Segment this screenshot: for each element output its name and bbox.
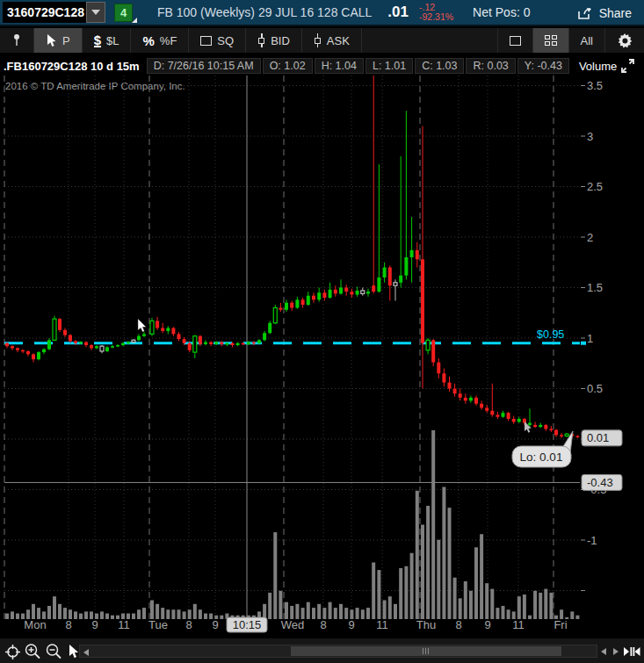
square-tool-button[interactable]: SQ (189, 28, 246, 53)
volume-study-label: Volume (571, 59, 625, 74)
square-icon (200, 36, 212, 46)
square-tool-label: SQ (217, 34, 234, 47)
pin-icon (11, 33, 22, 47)
chart-link-badge[interactable]: 4 (114, 4, 133, 22)
svg-text:9: 9 (212, 618, 218, 631)
settings-button[interactable] (604, 28, 644, 53)
change-percent: -92.31% (419, 12, 453, 22)
svg-text:2: 2 (587, 231, 593, 244)
svg-text:9: 9 (348, 618, 354, 631)
svg-text:3: 3 (587, 130, 593, 143)
share-label: Share (599, 6, 632, 20)
time-axis-badge: 10:15 (227, 617, 267, 632)
all-charts-label: All (581, 34, 593, 47)
share-button[interactable]: Share (578, 0, 632, 26)
svg-text:-1: -1 (587, 534, 597, 547)
svg-text:-0.43: -0.43 (587, 476, 613, 489)
svg-text:9: 9 (91, 618, 98, 631)
net-position: Net Pos: 0 (473, 5, 530, 19)
percent-fib-label: %F (160, 34, 177, 47)
open-field: O: 1.02 (263, 58, 313, 74)
link-corner-icon (132, 18, 137, 23)
pin-button[interactable] (0, 28, 34, 53)
gear-icon (617, 32, 633, 48)
grid-layout-icon (545, 35, 557, 46)
scroll-right-button[interactable] (613, 648, 619, 655)
close-field: C: 1.03 (415, 58, 464, 74)
ask-tool-label: ASK (327, 34, 350, 47)
dollar-lines-label: $L (106, 34, 119, 47)
candle-icon (314, 33, 322, 47)
zoom-in-icon (24, 643, 41, 660)
pan-button[interactable] (2, 641, 23, 662)
scroll-left-button[interactable] (601, 648, 606, 655)
svg-text:8: 8 (320, 618, 326, 631)
percent-fib-button[interactable]: % %F (131, 28, 189, 53)
svg-text:1.5: 1.5 (587, 281, 603, 294)
alert-axis-tick (581, 342, 586, 345)
cursor-arrow-icon (46, 33, 57, 47)
price-axis-badge: -0.43 (582, 474, 622, 490)
zoom-out-icon (45, 643, 62, 660)
svg-text:9: 9 (484, 618, 490, 631)
range-field: R: 0.03 (466, 58, 515, 74)
link-badge-number: 4 (120, 6, 127, 19)
trading-app-window: 3160729C128 4 FB 100 (Weeklys) 29 JUL 16… (0, 0, 644, 663)
chart-header: .FB160729C128 10 d 15m D: 7/26/16 10:15 … (0, 56, 644, 76)
all-charts-button[interactable]: All (568, 28, 604, 53)
chart-symbol-label: .FB160729C128 10 d 15m (0, 60, 147, 73)
scrollbar-grip-icon (423, 648, 430, 654)
svg-text:8: 8 (65, 618, 71, 631)
svg-text:Fri: Fri (554, 618, 567, 631)
svg-text:3.5: 3.5 (587, 79, 603, 92)
svg-text:8: 8 (455, 618, 461, 631)
single-chart-button[interactable] (497, 28, 532, 53)
percent-icon: % (142, 33, 154, 48)
dollar-icon: $ (94, 34, 101, 47)
expand-time-axis-button[interactable] (622, 642, 641, 661)
svg-text:1: 1 (587, 332, 593, 345)
dollar-lines-button[interactable]: $ $L (83, 28, 132, 53)
svg-text:Thu: Thu (416, 618, 436, 631)
svg-text:11: 11 (512, 618, 525, 631)
svg-text:Wed: Wed (281, 618, 305, 631)
share-icon (578, 7, 593, 20)
svg-text:Tue: Tue (148, 618, 168, 631)
last-price: .01 (387, 4, 409, 21)
layout-controls: All (497, 28, 644, 53)
symbol-input[interactable]: 3160729C128 (3, 2, 86, 23)
time-scrollbar-track[interactable] (79, 645, 597, 658)
svg-text:2.5: 2.5 (587, 180, 603, 193)
time-scrollbar-thumb[interactable] (291, 646, 561, 656)
svg-text:11: 11 (376, 618, 388, 631)
bid-tool-button[interactable]: BID (246, 28, 302, 53)
single-pane-icon (510, 36, 521, 46)
drawing-toolbar: P $ $L % %F SQ BID ASK (0, 28, 644, 54)
ask-tool-button[interactable]: ASK (302, 28, 362, 53)
crosshair-date-field: D: 7/26/16 10:15 AM (147, 58, 261, 74)
pointer-tool-button[interactable]: P (34, 28, 83, 53)
bid-tool-label: BID (271, 34, 290, 47)
cursor-arrow-icon (67, 644, 79, 659)
svg-text:Mon: Mon (24, 618, 46, 631)
candle-icon (257, 33, 265, 47)
top-bar: 3160729C128 4 FB 100 (Weeklys) 29 JUL 16… (0, 0, 644, 26)
symbol-dropdown-button[interactable] (86, 2, 105, 23)
scrollbar-left-arrow-icon (83, 649, 89, 656)
restore-chart-icon[interactable] (619, 58, 637, 74)
y-field: Y: -0.43 (517, 58, 569, 74)
svg-text:0.5: 0.5 (587, 382, 603, 395)
pointer-tool-label: P (62, 34, 70, 47)
price-chart-canvas[interactable]: 2016 © TD Ameritrade IP Company, Inc.$0.… (0, 76, 644, 637)
high-field: H: 1.04 (315, 58, 364, 74)
zoom-in-button[interactable] (22, 641, 43, 662)
svg-text:11: 11 (118, 618, 130, 631)
pan-crosshair-icon (4, 644, 21, 660)
zoom-out-button[interactable] (43, 641, 64, 662)
grid-layout-button[interactable] (532, 28, 568, 53)
svg-text:Lo: 0.01: Lo: 0.01 (520, 450, 563, 464)
instrument-title: FB 100 (Weeklys) 29 JUL 16 128 CALL (157, 5, 372, 19)
svg-text:8: 8 (185, 618, 192, 631)
low-field: L: 1.01 (365, 58, 413, 74)
svg-text:10:15: 10:15 (233, 618, 262, 631)
